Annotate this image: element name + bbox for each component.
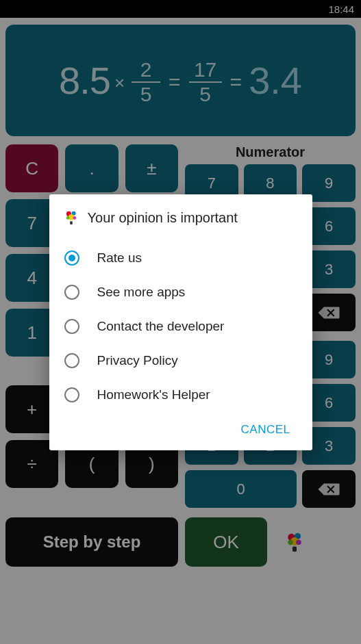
opinion-dialog: Your opinion is important Rate us See mo… (49, 194, 312, 450)
option-label: Homework's Helper (97, 387, 210, 402)
option-label: See more apps (97, 285, 186, 300)
radio-icon (64, 319, 79, 334)
option-contact-developer[interactable]: Contact the developer (63, 309, 299, 344)
svg-point-9 (66, 216, 69, 220)
modal-overlay[interactable]: Your opinion is important Rate us See mo… (0, 0, 361, 644)
dialog-title: Your opinion is important (88, 210, 238, 226)
option-label: Privacy Policy (97, 353, 178, 368)
radio-icon (64, 387, 79, 402)
option-homeworks-helper[interactable]: Homework's Helper (63, 378, 299, 412)
option-see-more-apps[interactable]: See more apps (63, 275, 299, 309)
option-privacy-policy[interactable]: Privacy Policy (63, 344, 299, 378)
svg-rect-11 (70, 221, 73, 224)
option-label: Contact the developer (97, 319, 225, 334)
option-rate-us[interactable]: Rate us (63, 241, 299, 275)
radio-icon (64, 250, 79, 266)
radio-icon (64, 285, 79, 300)
svg-point-10 (73, 216, 76, 220)
lightbulb-icon (63, 208, 79, 229)
option-label: Rate us (97, 250, 142, 266)
cancel-button[interactable]: CANCEL (236, 419, 296, 441)
radio-icon (64, 353, 79, 368)
cancel-label: CANCEL (241, 423, 290, 436)
